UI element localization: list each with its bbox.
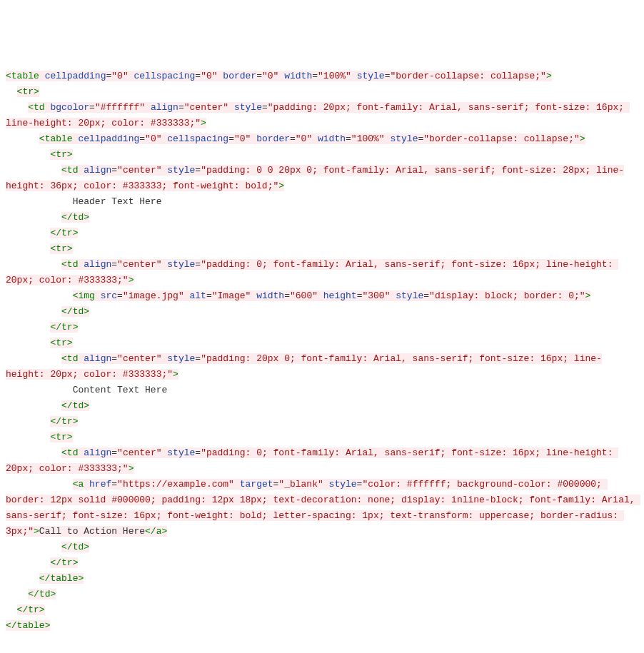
token-txt [39,71,45,81]
token-val: "300" [362,290,390,301]
token-attr: align [151,102,178,113]
token-tag: table [11,71,39,81]
token-tag: td [39,589,51,599]
token-tag: > [67,338,73,348]
code-line: </td> [6,587,638,602]
token-txt: = [195,71,201,81]
token-attr: width [318,133,346,144]
token-txt: = [262,102,268,113]
token-val: "100%" [351,133,385,144]
token-attr: width [256,290,284,301]
token-val: "center" [117,353,161,364]
token-val: "border-collapse: collapse;" [423,133,579,144]
token-val: "center" [117,165,161,176]
token-tag: > [278,181,284,191]
code-line: </td> [6,398,638,414]
indent [6,149,50,160]
token-attr: style [167,353,195,364]
token-tag: </ [61,306,73,317]
token-tag: > [129,275,134,285]
token-tag: table [45,133,73,144]
token-val: "0" [201,71,217,81]
token-attr: cellspacing [167,133,228,144]
token-tag: tr [61,228,73,238]
token-attr: style [329,479,357,490]
token-tag: tr [61,416,73,427]
token-txt: = [195,447,201,458]
code-block: <table cellpadding="0" cellspacing="0" b… [6,69,638,634]
token-tag: < [6,71,11,81]
token-tag: > [161,526,167,537]
code-line: <tr> [6,147,638,163]
code-line: <tr> [6,84,638,100]
code-line: </tr> [6,226,638,241]
token-val: "center" [117,447,161,458]
token-val: "center" [184,102,228,113]
token-tag: > [73,322,79,333]
token-tag: tr [56,243,67,254]
token-tag: > [84,212,89,223]
indent [6,196,73,207]
token-val: "#ffffff" [95,102,145,113]
token-tag: td [67,165,79,176]
token-attr: cellspacing [134,71,196,81]
token-tag: tr [56,338,67,348]
code-line: <img src="image.jpg" alt="Image" width="… [6,288,638,304]
code-line: <td align="center" style="padding: 0; fo… [6,257,638,288]
token-val: "600" [290,290,318,301]
token-attr: height [323,290,357,301]
token-attr: cellpadding [45,71,106,81]
token-tag: tr [61,557,73,568]
token-tag: </ [50,228,61,238]
token-txt: = [312,71,318,81]
indent [6,165,61,176]
token-txt: = [195,165,201,176]
token-tag: tr [28,604,39,615]
code-line: <tr> [6,241,638,257]
token-tag: </ [17,604,29,615]
token-val: "border-collapse: collapse;" [390,71,545,81]
token-tag: img [78,290,94,301]
code-line: Header Text Here [6,194,638,210]
token-txt [251,290,256,301]
token-txt [234,479,240,490]
indent [6,542,61,552]
token-txt: = [117,290,123,301]
token-tag: > [84,400,89,411]
token-tag: > [201,118,206,128]
code-line: <tr> [6,430,638,445]
token-tag: > [73,228,79,238]
token-txt: = [139,133,145,144]
code-line: <a href="https://example.com" target="_b… [6,477,638,540]
indent [6,479,73,490]
token-txt: = [89,102,95,113]
token-tag: tr [61,322,73,333]
token-tag: td [73,400,84,411]
code-line: </tr> [6,602,638,618]
code-line: </table> [6,618,638,634]
token-txt [318,290,323,301]
token-attr: align [84,165,111,176]
token-tag: > [580,133,585,144]
token-attr: style [167,447,195,458]
token-txt [129,71,134,81]
token-val: "Image" [212,290,251,301]
token-tag: > [546,71,552,81]
token-tag: </ [61,542,73,552]
token-tag: > [129,463,134,474]
indent [6,86,17,97]
token-txt: = [178,102,184,113]
indent [6,400,61,411]
token-tag: > [50,589,56,599]
token-val: "0" [234,133,251,144]
token-txt: = [206,290,212,301]
token-txt [145,102,151,113]
token-tag: </ [61,400,73,411]
token-val: "display: block; border: 0;" [429,290,585,301]
token-tag: < [28,102,34,113]
token-txt: = [284,290,290,301]
token-txt: Content Text Here [73,385,168,395]
indent [6,212,61,223]
token-attr: style [390,133,418,144]
token-tag: </ [145,526,156,537]
